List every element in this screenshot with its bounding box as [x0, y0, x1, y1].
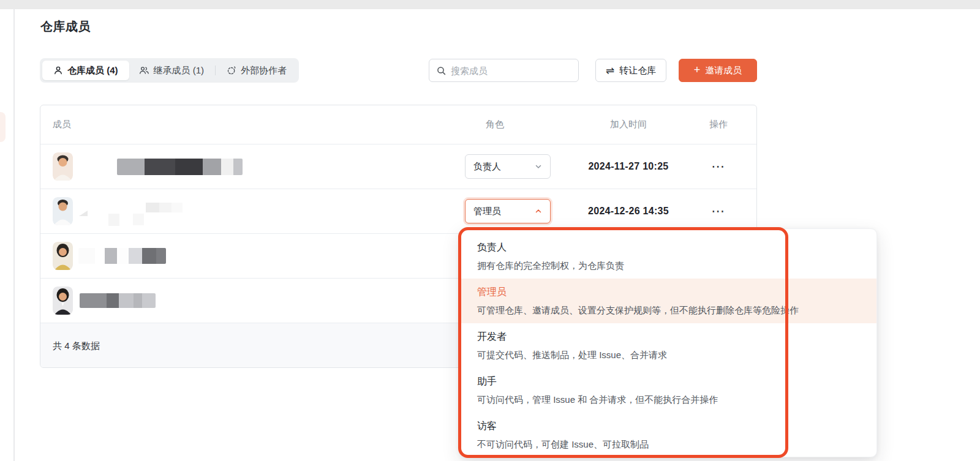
sidebar-divider — [13, 9, 15, 461]
role-select-value: 管理员 — [473, 206, 501, 217]
avatar — [53, 197, 73, 225]
member-type-tabs: 仓库成员 (4) 继承成员 (1) 外部协作者 — [40, 58, 299, 83]
invite-member-button[interactable]: + 邀请成员 — [679, 59, 757, 82]
role-select[interactable]: 负责人 — [465, 154, 551, 179]
avatar — [53, 152, 73, 181]
table-row: 负责人 2024-11-27 10:25 ⋯ — [40, 144, 756, 189]
plus-icon: + — [694, 64, 701, 75]
role-option-desc: 可提交代码、推送制品，处理 Issue、合并请求 — [477, 348, 859, 361]
more-actions-button[interactable]: ⋯ — [711, 160, 726, 173]
chevron-down-icon — [535, 163, 542, 170]
people-icon — [139, 66, 149, 75]
role-dropdown-menu: 负责人 拥有仓库的完全控制权，为仓库负责 管理员 可管理仓库、邀请成员、设置分支… — [459, 228, 877, 457]
role-option-visitor[interactable]: 访客 不可访问代码，可创建 Issue、可拉取制品 — [460, 413, 876, 457]
transfer-repo-button[interactable]: ⇌ 转让仓库 — [595, 59, 666, 82]
search-member-box — [429, 59, 579, 82]
header-joined: 加入时间 — [576, 119, 680, 130]
tab-separator — [215, 66, 216, 75]
role-select-value: 负责人 — [473, 161, 501, 173]
tab-label: 仓库成员 (4) — [67, 65, 118, 77]
redacted-name — [80, 293, 156, 308]
role-option-owner[interactable]: 负责人 拥有仓库的完全控制权，为仓库负责 — [460, 234, 876, 279]
window-top-strip — [0, 0, 980, 9]
tab-repo-members[interactable]: 仓库成员 (4) — [42, 61, 129, 80]
role-option-desc: 可访问代码，管理 Issue 和 合并请求，但不能执行合并操作 — [477, 393, 859, 406]
total-count: 共 4 条数据 — [53, 340, 100, 352]
role-option-admin[interactable]: 管理员 可管理仓库、邀请成员、设置分支保护规则等，但不能执行删除仓库等危险操作 — [460, 279, 876, 323]
header-role: 角色 — [465, 119, 576, 130]
tab-label: 继承成员 (1) — [154, 65, 205, 77]
role-option-title: 助手 — [477, 375, 859, 388]
more-actions-button[interactable]: ⋯ — [711, 204, 726, 218]
person-icon — [53, 66, 63, 75]
sidebar-active-item-edge — [0, 112, 6, 142]
role-option-desc: 不可访问代码，可创建 Issue、可拉取制品 — [477, 438, 859, 451]
joined-time: 2024-11-27 10:25 — [588, 161, 668, 171]
role-option-desc: 可管理仓库、邀请成员、设置分支保护规则等，但不能执行删除仓库等危险操作 — [477, 304, 859, 317]
avatar — [53, 287, 73, 315]
search-icon — [437, 66, 446, 75]
table-row: 管理员 2024-12-26 14:35 ⋯ — [40, 189, 756, 233]
repo-members-page: 仓库成员 仓库成员 (4) 继承成员 (1) — [0, 0, 980, 461]
role-option-assistant[interactable]: 助手 可访问代码，管理 Issue 和 合并请求，但不能执行合并操作 — [460, 368, 876, 413]
header-actions: 操作 — [680, 119, 756, 130]
role-option-title: 访客 — [477, 419, 859, 433]
tab-label: 外部协作者 — [241, 65, 287, 77]
role-option-title: 开发者 — [477, 330, 859, 343]
header-member: 成员 — [40, 119, 465, 130]
role-option-title: 管理员 — [477, 285, 859, 299]
transfer-label: 转让仓库 — [619, 65, 656, 77]
chevron-up-icon — [535, 208, 542, 215]
tab-inherited-members[interactable]: 继承成员 (1) — [129, 61, 214, 80]
tab-external-collaborators[interactable]: 外部协作者 — [217, 61, 296, 80]
redacted-name — [117, 159, 243, 175]
table-header-row: 成员 角色 加入时间 操作 — [40, 105, 756, 144]
invite-label: 邀请成员 — [705, 65, 742, 77]
role-option-developer[interactable]: 开发者 可提交代码、推送制品，处理 Issue、合并请求 — [460, 323, 876, 368]
role-option-title: 负责人 — [477, 241, 859, 254]
avatar — [53, 242, 73, 270]
transfer-icon: ⇌ — [606, 66, 614, 76]
collaborator-icon — [227, 66, 236, 75]
role-select-open[interactable]: 管理员 — [465, 199, 551, 223]
redacted-name — [78, 248, 166, 264]
role-option-desc: 拥有仓库的完全控制权，为仓库负责 — [477, 259, 859, 272]
search-member-input[interactable] — [451, 66, 573, 76]
page-title: 仓库成员 — [40, 18, 91, 35]
joined-time: 2024-12-26 14:35 — [588, 206, 669, 216]
